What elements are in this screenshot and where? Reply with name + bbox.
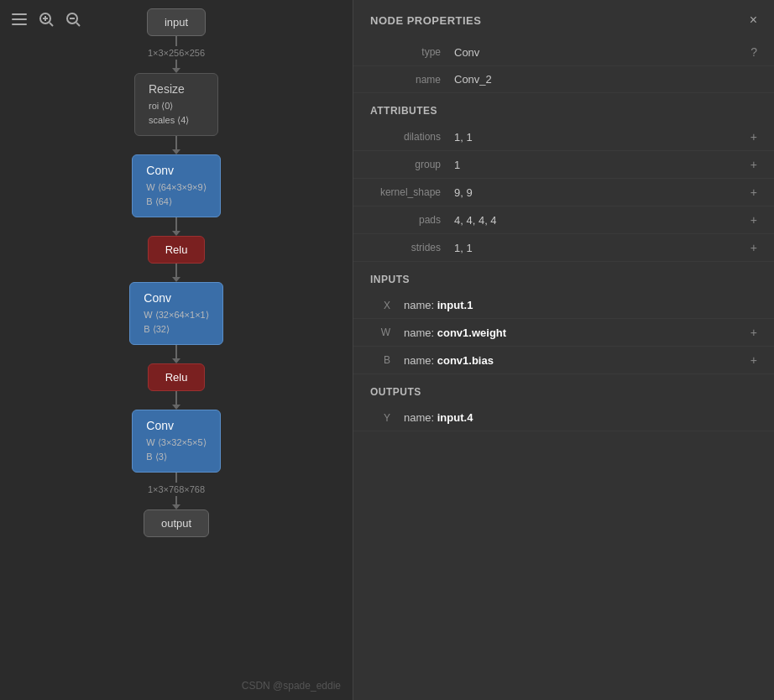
attr-group-action[interactable]: +: [750, 158, 757, 171]
output-node[interactable]: output: [144, 509, 209, 537]
svg-rect-0: [12, 13, 27, 15]
connector-1: 1×3×256×256: [148, 36, 205, 73]
attr-pads-value: 4, 4, 4, 4: [454, 214, 744, 227]
type-label: type: [370, 46, 454, 58]
connector-2: [172, 136, 180, 154]
input-x-port: X: [370, 300, 404, 311]
name-row: name Conv_2: [353, 66, 774, 93]
input-w-port: W: [370, 326, 404, 338]
attr-strides-action[interactable]: +: [750, 241, 757, 254]
attr-kernel-shape-value: 9, 9: [454, 186, 744, 199]
attr-dilations-label: dilations: [370, 131, 454, 143]
attr-pads-label: pads: [370, 214, 454, 226]
input-b-port: B: [370, 354, 404, 366]
input-x-row: X name: input.1: [353, 292, 774, 319]
attr-pads-action[interactable]: +: [750, 213, 757, 227]
type-value: Conv: [454, 46, 744, 59]
panel-title: NODE PROPERTIES: [370, 14, 481, 27]
attr-dilations-action[interactable]: +: [750, 130, 757, 144]
attr-dilations-value: 1, 1: [454, 131, 744, 144]
attr-group-value: 1: [454, 159, 744, 171]
name-label: name: [370, 74, 454, 86]
graph-panel: input 1×3×256×256 Resize roi ⟨0⟩ scales …: [0, 0, 353, 700]
svg-rect-1: [12, 18, 27, 20]
type-row: type Conv ?: [353, 39, 774, 66]
connector-6: [172, 391, 180, 410]
panel-header: NODE PROPERTIES ×: [353, 0, 774, 39]
input-b-value: name: conv1.bias: [404, 354, 744, 367]
input-w-value: name: conv1.weight: [404, 326, 744, 339]
outputs-section-header: OUTPUTS: [353, 378, 774, 405]
connector-3: [172, 217, 180, 236]
attr-strides-label: strides: [370, 242, 454, 253]
graph-canvas: input 1×3×256×256 Resize roi ⟨0⟩ scales …: [50, 8, 302, 537]
name-value: Conv_2: [454, 73, 757, 86]
input-w-action[interactable]: +: [750, 326, 757, 339]
attr-kernel-shape-row: kernel_shape 9, 9 +: [353, 179, 774, 206]
menu-icon[interactable]: [10, 10, 29, 29]
watermark: CSDN @spade_eddie: [242, 680, 341, 692]
relu-node-1[interactable]: Relu: [148, 236, 206, 264]
connector-7: 1×3×768×768: [148, 473, 205, 509]
attr-group-label: group: [370, 159, 454, 170]
properties-panel: NODE PROPERTIES × type Conv ? name Conv_…: [353, 0, 774, 700]
output-y-port: Y: [370, 412, 404, 424]
attr-kernel-shape-action[interactable]: +: [750, 185, 757, 199]
attr-strides-value: 1, 1: [454, 242, 744, 254]
conv-node-1[interactable]: Conv W ⟨64×3×9×9⟩ B ⟨64⟩: [132, 154, 220, 217]
attr-group-row: group 1 +: [353, 151, 774, 179]
connector-5: [172, 345, 180, 363]
output-y-value: name: input.4: [404, 411, 757, 424]
input-b-row: B name: conv1.bias +: [353, 347, 774, 374]
relu-node-2[interactable]: Relu: [148, 363, 206, 391]
inputs-section-header: INPUTS: [353, 265, 774, 292]
input-x-value: name: input.1: [404, 299, 757, 311]
attr-dilations-row: dilations 1, 1 +: [353, 123, 774, 151]
svg-rect-2: [12, 24, 27, 25]
close-button[interactable]: ×: [750, 13, 757, 27]
conv-node-3[interactable]: Conv W ⟨3×32×5×5⟩ B ⟨3⟩: [132, 410, 220, 473]
output-y-row: Y name: input.4: [353, 405, 774, 431]
attr-strides-row: strides 1, 1 +: [353, 234, 774, 262]
attr-pads-row: pads 4, 4, 4, 4 +: [353, 206, 774, 234]
dim-label-2: 1×3×768×768: [148, 483, 205, 496]
input-b-action[interactable]: +: [750, 353, 757, 367]
resize-node[interactable]: Resize roi ⟨0⟩ scales ⟨4⟩: [134, 73, 218, 136]
input-w-row: W name: conv1.weight +: [353, 319, 774, 347]
type-help[interactable]: ?: [750, 45, 757, 59]
attr-kernel-shape-label: kernel_shape: [370, 186, 454, 198]
dim-label-1: 1×3×256×256: [148, 46, 205, 60]
conv-node-2[interactable]: Conv W ⟨32×64×1×1⟩ B ⟨32⟩: [129, 282, 222, 345]
attributes-section-header: ATTRIBUTES: [353, 97, 774, 123]
connector-4: [172, 264, 180, 282]
input-node[interactable]: input: [147, 8, 206, 36]
